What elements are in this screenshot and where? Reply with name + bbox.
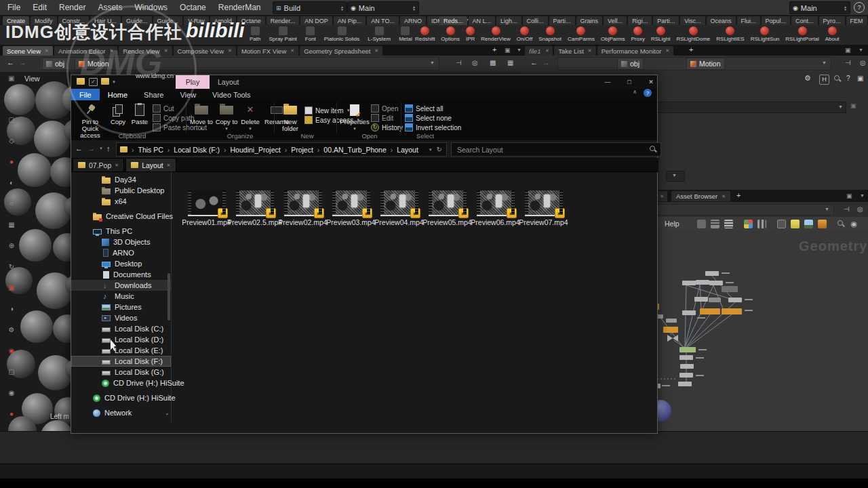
shelf-tab[interactable]: Guide... — [122, 16, 152, 25]
redshift-tool-icon[interactable]: ◉ — [5, 344, 18, 357]
shelf-tab[interactable]: Ligh... — [496, 16, 521, 25]
pane-tab[interactable]: Geometry Spreadsheet✕ — [300, 46, 382, 56]
ribbon-tab[interactable]: File — [71, 89, 100, 100]
tree-item[interactable]: Local Disk (G:) — [71, 367, 171, 378]
circle-tool-icon[interactable]: ○ — [5, 197, 18, 209]
rotate-tool-icon[interactable]: ↻ — [5, 260, 18, 272]
camera-icon[interactable]: ▣ — [8, 75, 14, 82]
shelf-tab[interactable]: AN TO... — [367, 16, 399, 25]
tree-item[interactable]: This PC — [71, 226, 171, 237]
chevron-down-icon[interactable]: ▼ — [860, 193, 865, 198]
recent-locations-icon[interactable]: ▼ — [99, 146, 103, 150]
menu-item[interactable]: Render — [53, 0, 92, 15]
select-tool-icon[interactable]: ↖ — [5, 92, 18, 104]
add-pane-tab-button[interactable]: + — [734, 191, 743, 199]
ribbon-tab[interactable]: Share — [136, 89, 172, 100]
history-button[interactable]: ↻History — [371, 123, 403, 132]
breadcrumb-segment[interactable]: 00.AN_Turb_Phone — [313, 146, 387, 154]
color-palette-icon[interactable] — [744, 220, 753, 228]
shelf-tab[interactable]: Visc... — [680, 16, 705, 25]
search-icon[interactable] — [650, 146, 656, 153]
shelf-tab[interactable]: Colli... — [523, 16, 548, 25]
tree-item[interactable]: Public Desktop — [71, 185, 171, 196]
shelf-tool[interactable]: Path — [248, 26, 262, 43]
copy-button[interactable]: Copy — [108, 102, 128, 125]
breadcrumb-motion[interactable]: Motion — [75, 58, 113, 70]
snapshot-icon[interactable]: ▩ — [490, 59, 496, 66]
close-button[interactable]: ✕ — [641, 75, 661, 89]
scene-viewport[interactable]: ▣ View ↖ ▢ ◇ ● ◐ ○ ▦ ⊕ ↻ ▣ — [0, 72, 71, 431]
eye-icon[interactable]: ◉ — [851, 220, 858, 228]
help-icon[interactable]: ? — [644, 89, 652, 97]
shelf-tool[interactable]: RSLightIES — [715, 26, 745, 43]
breadcrumb-segment[interactable]: Houdini_Project — [220, 146, 281, 154]
delete-button[interactable]: ✕ Delete▼ — [239, 102, 261, 132]
shelf-tool[interactable]: Font — [304, 26, 317, 43]
search-input[interactable] — [456, 145, 650, 155]
pin-icon[interactable]: ⊣ — [845, 59, 851, 66]
menu-item[interactable]: Assets — [92, 0, 128, 15]
back-button[interactable]: ← — [75, 144, 83, 152]
close-icon[interactable]: ✕ — [167, 163, 171, 168]
invert-selection-button[interactable]: Invert selection — [405, 123, 461, 132]
shade-tool-icon[interactable]: ◑ — [5, 302, 18, 314]
shelf-tool[interactable]: On/Off — [515, 26, 534, 43]
menu-item[interactable]: Windows — [128, 0, 174, 15]
breadcrumb-segment[interactable]: Project — [281, 146, 313, 154]
houdini-badge-icon[interactable]: H — [819, 75, 829, 85]
spinner-icon[interactable]: ▲▼ — [840, 5, 847, 11]
search-box[interactable] — [451, 142, 661, 157]
file-item[interactable]: ▶Preview02.5.mp4 — [231, 190, 279, 226]
tree-item[interactable]: ARNO — [71, 247, 171, 258]
scene-selector[interactable]: ◉ Main ▲▼ — [347, 1, 419, 14]
pin-icon[interactable]: ⊣ — [844, 205, 850, 213]
file-item[interactable]: ▶Preview07.mp4 — [519, 190, 568, 226]
close-icon[interactable]: ✕ — [115, 163, 119, 168]
shelf-tab[interactable]: Guide... — [153, 16, 183, 25]
shelf-tool[interactable]: L-System — [366, 26, 392, 43]
shelf-tab[interactable]: Cont... — [791, 16, 818, 25]
toolbox-icon[interactable] — [818, 220, 827, 228]
pane-tab[interactable]: Take List✕ — [554, 46, 595, 56]
quick-access-check-icon[interactable]: ✓ — [89, 78, 98, 86]
minimize-button[interactable]: — — [597, 75, 618, 89]
close-icon[interactable]: ✕ — [45, 48, 49, 54]
back-button[interactable]: ← — [7, 58, 14, 66]
file-item[interactable]: ▶Preview06.mp4 — [471, 190, 519, 226]
tree-item[interactable]: Documents — [71, 269, 171, 280]
help-menu[interactable]: Help — [665, 220, 679, 228]
video-tools-play-tab[interactable]: Play — [176, 75, 210, 89]
tree-item[interactable]: Downloads — [71, 280, 171, 291]
explorer-titlebar[interactable]: ✓ ▼ Play Layout — □ ✕ — [71, 75, 657, 89]
redshift-tool-icon[interactable]: ▣ — [5, 281, 18, 293]
close-icon[interactable]: ✕ — [228, 48, 232, 54]
breadcrumb-field[interactable]: This PCLocal Disk (F:)Houdini_ProjectPro… — [116, 142, 447, 157]
gear-icon[interactable]: ⚙ — [5, 323, 18, 336]
ribbon-tab[interactable]: Video Tools — [204, 89, 258, 100]
close-icon[interactable]: ✕ — [660, 194, 664, 199]
shelf-tab[interactable]: Reds... — [439, 16, 467, 25]
shelf-tool[interactable]: RSLightSun — [749, 26, 781, 43]
close-icon[interactable]: ✕ — [374, 48, 378, 54]
folder-tab[interactable]: 07.Pop✕ — [73, 158, 124, 171]
file-item[interactable]: ▶Preview03.mp4 — [327, 190, 375, 226]
display-options-icon[interactable]: ▦ — [507, 59, 513, 66]
tree-item[interactable]: Videos — [71, 312, 171, 323]
shelf-tool[interactable]: Platonic Solids — [323, 26, 361, 43]
chevron-down-icon[interactable]: ▼ — [430, 60, 435, 65]
file-item[interactable]: ▶Preview01.mp4 — [182, 190, 231, 226]
shelf-tool[interactable]: Redshift — [414, 26, 436, 43]
pane-tab[interactable]: Animation Editor✕ — [54, 46, 118, 56]
tree-item[interactable]: Music — [71, 291, 171, 302]
tree-item[interactable]: Network — [71, 407, 171, 418]
view-menu[interactable]: View — [24, 75, 40, 83]
shelf-tab[interactable]: Grains — [576, 16, 603, 25]
shelf-tab[interactable]: AN DOP — [300, 16, 332, 25]
forward-button[interactable]: → — [87, 144, 95, 152]
tree-scrollbar[interactable] — [167, 273, 170, 321]
search-icon[interactable] — [837, 220, 845, 228]
radial-menu-icon[interactable]: ◎ — [472, 59, 478, 66]
properties-button[interactable]: Properties▼ — [340, 102, 370, 132]
menu-item[interactable]: File — [1, 0, 26, 15]
menu-item[interactable]: RenderMan — [212, 0, 267, 15]
